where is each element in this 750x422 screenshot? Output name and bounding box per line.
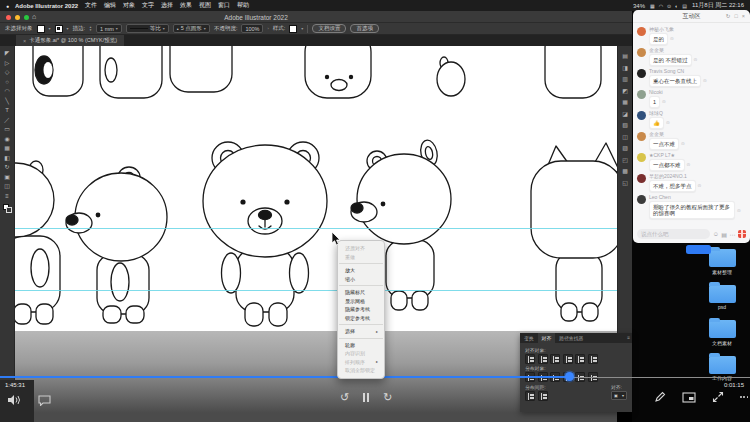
panel-tab[interactable]: 对齐 [538,333,556,343]
horizontal-guide[interactable] [15,290,617,291]
avatar[interactable] [637,174,646,183]
tool-icon[interactable]: ○ [5,78,9,88]
tool-icon[interactable]: ≡ [5,192,9,202]
context-menu-item[interactable]: 锁定参考线 ▸ [338,314,384,323]
message-more-icon[interactable]: ⊙ [681,141,685,146]
chat-input[interactable]: 说点什么吧 [637,229,710,239]
desktop-folder[interactable]: 文档素材 [698,317,746,346]
stroke-profile-select[interactable]: 等比▾ [126,24,169,33]
menubar-menu-item[interactable]: 窗口 [218,1,230,10]
stroke-width-select[interactable]: 1 mm▾ [96,24,122,33]
folder-icon[interactable] [709,320,736,338]
status-icon[interactable]: ⊙ [667,3,671,9]
message-more-icon[interactable]: ⊙ [666,120,670,125]
context-menu-item[interactable]: 放大 ▸ [338,266,384,275]
desktop-folder[interactable]: psd [698,282,746,311]
folder-icon[interactable] [709,356,736,374]
tool-icon[interactable]: ◉ [4,135,9,145]
menubar-menu-item[interactable]: 文件 [85,1,97,10]
style-swatch[interactable] [289,25,297,33]
document-tab[interactable]: × 卡通形象.ai* @ 100 % (CMYK/预览) [16,35,124,46]
menubar-menu-item[interactable]: 帮助 [237,1,249,10]
panel-icon[interactable]: ▨ [622,143,628,155]
tool-icon[interactable]: ◤ [5,49,10,59]
context-menu-item[interactable]: 显示网格 ▸ [338,297,384,306]
menubar-clock[interactable]: 11月8日 周二 22:16 [692,1,744,10]
status-icon[interactable]: ◐ [675,3,678,9]
panel-icon[interactable]: ▥ [622,74,628,86]
spacing-icon[interactable] [538,391,548,401]
tool-icon[interactable]: ▣ [4,173,10,183]
context-menu-item[interactable]: ▸ [339,324,383,325]
tool-icon[interactable]: ↻ [4,163,9,173]
menubar-menu-item[interactable]: 视图 [199,1,211,10]
panel-icon[interactable]: ▩ [622,166,628,178]
character-artwork[interactable] [15,46,617,336]
tool-icon[interactable]: T [5,106,9,116]
progress-bar-remaining[interactable] [570,377,750,378]
avatar[interactable] [637,132,646,141]
fill-swatch[interactable] [37,25,45,33]
message-more-icon[interactable]: ⊙ [698,183,702,188]
gift-icon[interactable] [738,230,746,238]
message-more-icon[interactable]: ⊙ [670,36,674,41]
preferences-button[interactable]: 首选项 [350,24,379,33]
context-menu-item[interactable]: ▸ [339,338,383,339]
status-icon[interactable]: ▤ [682,3,687,9]
emoji-icon[interactable]: ☺ [713,231,719,237]
menubar-menu-item[interactable]: 效果 [180,1,192,10]
panel-tab[interactable]: 路径查找器 [555,333,587,343]
chat-header-icon[interactable]: □ [734,13,737,19]
selected-item-highlight[interactable] [686,245,711,254]
panel-menu-icon[interactable]: ≡ [627,335,630,340]
align-icon[interactable] [550,354,560,364]
tool-icon[interactable]: ◫ [4,182,10,192]
panel-icon[interactable]: ◰ [622,155,628,167]
more-icon[interactable]: ⋯ [730,231,736,238]
stroke-stepper[interactable]: ▲▼ [89,26,92,32]
menubar-menu-item[interactable]: 选择 [161,1,173,10]
tool-icon[interactable]: ▭ [4,125,10,135]
menubar-menu-item[interactable]: 编辑 [104,1,116,10]
folder-icon[interactable] [709,249,736,267]
panel-icon[interactable]: ◩ [622,86,628,98]
brush-select[interactable]: •5 点圆形▾ [173,24,210,33]
chat-bubble-icon[interactable] [38,395,51,406]
panel-icon[interactable]: ▧ [622,120,628,132]
picture-in-picture-icon[interactable] [682,392,696,403]
context-menu-item[interactable]: 取消全部锁定 ▸ [338,366,384,375]
tool-icon[interactable]: ◇ [5,68,10,78]
tool-icon[interactable]: ▷ [5,59,10,69]
close-tab-icon[interactable]: × [23,38,26,44]
panel-icon[interactable]: ◪ [622,109,628,121]
context-menu-item[interactable]: 轮廓 ▸ [338,341,384,350]
avatar[interactable] [637,48,646,57]
context-menu-item[interactable]: 选择 ▸ [338,327,384,336]
progress-bar-filled[interactable] [0,376,570,378]
chat-header-icon[interactable]: × [742,13,745,19]
message-more-icon[interactable]: ⊙ [662,99,666,104]
align-icon[interactable] [538,354,548,364]
more-options-icon[interactable] [740,396,748,398]
menubar-menu-item[interactable]: 对象 [123,1,135,10]
avatar[interactable] [637,195,646,204]
context-menu-item[interactable]: ▸ [339,263,383,264]
chat-message-list[interactable]: 神秘小飞象 是的 ⊙ 金金菜 是的 不想错过 ⊙ [633,23,750,228]
avatar[interactable] [637,111,646,120]
menubar-menu-item[interactable]: 文字 [142,1,154,10]
progress-handle[interactable] [565,372,574,381]
context-menu-item[interactable]: 隐藏参考线 ▸ [338,305,384,314]
volume-icon[interactable] [7,394,22,406]
stroke-color-swatch[interactable] [6,207,12,213]
status-icon[interactable]: ◠ [659,3,663,9]
message-more-icon[interactable]: ⊙ [703,78,707,83]
avatar[interactable] [637,27,646,36]
context-menu-item[interactable]: 重做 ▸ [338,253,384,262]
panel-icon[interactable]: ▦ [622,97,628,109]
message-more-icon[interactable]: ⊙ [737,208,741,213]
panel-icon[interactable]: ◫ [622,132,628,144]
tool-icon[interactable]: ╲ [5,97,9,107]
pencil-icon[interactable] [654,391,666,403]
rewind-icon[interactable]: ↺ [340,390,349,404]
horizontal-guide[interactable] [15,228,617,229]
